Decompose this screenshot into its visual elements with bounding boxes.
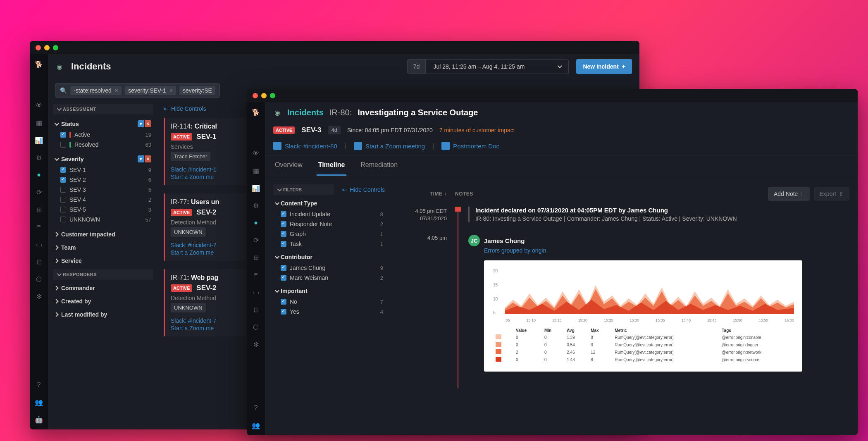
time-selector[interactable]: 7d Jul 28, 11:25 am – Aug 4, 11:25 am xyxy=(407,59,569,74)
postmortem-link[interactable]: Postmortem Doc xyxy=(441,142,499,150)
search-token[interactable]: severity:SEV-1× xyxy=(125,86,176,95)
facet-collapsed[interactable]: Created by xyxy=(53,295,153,308)
alert-icon[interactable]: ● xyxy=(34,170,44,180)
scan-icon[interactable]: ⊡ xyxy=(34,257,44,267)
minimize-dot[interactable] xyxy=(261,93,267,98)
facet-row[interactable]: SEV-26 xyxy=(53,175,153,185)
filter-icon[interactable]: ▾ xyxy=(138,155,144,162)
search-box[interactable]: 🔍 -state:resolved× severity:SEV-1× sever… xyxy=(55,83,220,98)
dashboard-icon[interactable]: ▦ xyxy=(34,118,44,128)
binoculars-icon[interactable]: 👁 xyxy=(34,100,44,110)
assessment-header[interactable]: ASSESSMENT xyxy=(53,104,153,114)
close-icon[interactable]: × xyxy=(169,87,173,94)
list-icon[interactable]: ≡ xyxy=(34,222,44,232)
logo-icon[interactable]: 🐕 xyxy=(34,59,44,69)
tab-overview[interactable]: Overview xyxy=(273,155,304,176)
filter-row[interactable]: James Chung9 xyxy=(273,263,385,273)
book-icon[interactable]: ▭ xyxy=(251,287,261,297)
help-icon[interactable]: ? xyxy=(251,403,261,413)
bot-icon[interactable]: 🤖 xyxy=(34,415,44,424)
filter-row[interactable]: Responder Note2 xyxy=(273,219,385,229)
facet-collapsed[interactable]: Last modified by xyxy=(53,308,153,321)
facet-row[interactable]: SEV-53 xyxy=(53,205,153,215)
filter-row[interactable]: Marc Weisman2 xyxy=(273,273,385,283)
service-chip[interactable]: Trace Fetcher xyxy=(171,152,210,161)
tab-timeline[interactable]: Timeline xyxy=(317,155,347,176)
minimize-dot[interactable] xyxy=(44,45,50,50)
filter-icon[interactable]: ▾ xyxy=(138,120,144,127)
close-icon[interactable]: × xyxy=(145,155,151,162)
search-token[interactable]: severity:SE xyxy=(179,86,215,95)
checkbox[interactable] xyxy=(281,299,286,305)
filter-row[interactable]: Graph1 xyxy=(273,229,385,239)
checkbox[interactable] xyxy=(281,309,286,315)
close-icon[interactable]: × xyxy=(115,87,118,94)
checkbox[interactable] xyxy=(60,142,66,148)
binoculars-icon[interactable]: 👁 xyxy=(251,148,261,158)
service-chip[interactable]: UNKNOWN xyxy=(171,303,206,312)
alert-icon[interactable]: ● xyxy=(251,218,261,228)
filters-header[interactable]: FILTERS xyxy=(273,184,334,195)
checkbox[interactable] xyxy=(281,275,286,281)
chart-icon[interactable]: 📊 xyxy=(34,135,44,145)
hide-controls-link[interactable]: ⇤Hide Controls xyxy=(342,186,385,193)
facet-collapsed[interactable]: Service xyxy=(53,254,153,267)
scan-icon[interactable]: ⊡ xyxy=(251,305,261,315)
close-icon[interactable]: × xyxy=(145,120,151,127)
filter-row[interactable]: No7 xyxy=(273,297,385,307)
export-button[interactable]: Export⇪ xyxy=(814,187,849,201)
checkbox[interactable] xyxy=(60,177,66,183)
responders-header[interactable]: RESPONDERS xyxy=(53,269,153,280)
chart-icon[interactable]: 📊 xyxy=(251,183,261,193)
infra-icon[interactable]: ⚙ xyxy=(251,200,261,210)
infra-icon[interactable]: ⚙ xyxy=(34,153,44,162)
filter-group-contributor[interactable]: Contributor xyxy=(273,249,385,263)
slack-link[interactable]: Slack: #incident-80 xyxy=(273,142,337,150)
facet-collapsed[interactable]: Commander xyxy=(53,281,153,295)
facet-header-severity[interactable]: Severity▾× xyxy=(53,153,153,165)
perf-icon[interactable]: ⟳ xyxy=(34,187,44,197)
checkbox[interactable] xyxy=(60,132,66,138)
shield-icon[interactable]: ⬡ xyxy=(34,274,44,284)
checkbox[interactable] xyxy=(60,197,66,203)
list-icon[interactable]: ≡ xyxy=(251,270,261,280)
filter-group-content-type[interactable]: Content Type xyxy=(273,195,385,209)
filter-row[interactable]: Incident Update8 xyxy=(273,209,385,219)
users-icon[interactable]: 👥 xyxy=(251,420,261,430)
facet-row[interactable]: UNKNOWN57 xyxy=(53,215,153,224)
facet-row[interactable]: SEV-19 xyxy=(53,165,153,175)
search-token[interactable]: -state:resolved× xyxy=(70,86,122,95)
perf-icon[interactable]: ⟳ xyxy=(251,235,261,245)
service-chip[interactable]: UNKNOWN xyxy=(171,227,206,237)
close-dot[interactable] xyxy=(36,45,41,50)
checkbox[interactable] xyxy=(281,231,286,237)
users-icon[interactable]: 👥 xyxy=(34,397,44,407)
time-preset[interactable]: 7d xyxy=(408,60,426,74)
gear-icon[interactable]: ✻ xyxy=(251,339,261,349)
puzzle-icon[interactable]: ⊞ xyxy=(34,205,44,215)
help-icon[interactable]: ? xyxy=(34,380,44,390)
errors-link[interactable]: Errors grouped by origin xyxy=(484,247,849,254)
checkbox[interactable] xyxy=(281,211,286,217)
close-dot[interactable] xyxy=(253,93,258,98)
facet-row[interactable]: SEV-35 xyxy=(53,185,153,195)
checkbox[interactable] xyxy=(281,221,286,227)
filter-row[interactable]: Yes4 xyxy=(273,307,385,317)
gear-icon[interactable]: ✻ xyxy=(34,291,44,301)
new-incident-button[interactable]: New Incident + xyxy=(576,59,632,74)
facet-header-status[interactable]: Status▾× xyxy=(53,118,153,130)
facet-collapsed[interactable]: Customer impacted xyxy=(53,228,153,241)
facet-row[interactable]: Active19 xyxy=(53,130,153,140)
maximize-dot[interactable] xyxy=(270,93,275,98)
time-range[interactable]: Jul 28, 11:25 am – Aug 4, 11:25 am xyxy=(426,63,568,70)
facet-row[interactable]: Resolved63 xyxy=(53,140,153,150)
tab-remediation[interactable]: Remediation xyxy=(359,155,399,176)
facet-collapsed[interactable]: Team xyxy=(53,241,153,254)
checkbox[interactable] xyxy=(281,265,286,271)
book-icon[interactable]: ▭ xyxy=(34,239,44,249)
logo-icon[interactable]: 🐕 xyxy=(251,107,261,117)
incidents-link[interactable]: Incidents xyxy=(287,108,324,117)
checkbox[interactable] xyxy=(60,167,66,173)
add-note-button[interactable]: Add Note+ xyxy=(768,187,810,201)
filter-row[interactable]: Task1 xyxy=(273,239,385,249)
